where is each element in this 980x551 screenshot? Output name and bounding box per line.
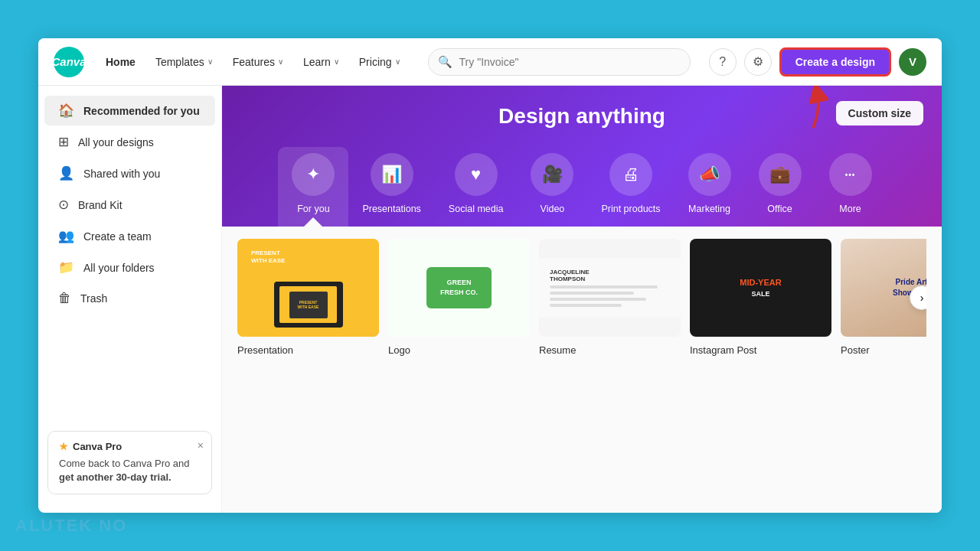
- settings-button[interactable]: ⚙: [744, 48, 772, 76]
- search-container: 🔍: [428, 48, 691, 76]
- presentations-icon: 📊: [371, 153, 413, 196]
- more-label: More: [839, 204, 861, 214]
- hero-title: Design anything: [245, 104, 919, 129]
- templates-chevron-icon: ∨: [207, 57, 213, 66]
- sidebar-item-folders[interactable]: 📁 All your folders: [44, 253, 215, 282]
- folder-icon: 📁: [58, 259, 74, 276]
- social-media-icon: ♥: [455, 153, 498, 196]
- for-you-icon: ✦: [292, 153, 335, 196]
- pres-text: PRESENTWITH EASE: [251, 249, 285, 266]
- pro-banner-close-button[interactable]: ×: [198, 439, 204, 452]
- for-you-label: For you: [297, 204, 329, 214]
- pro-banner: × ★ Canva Pro Come back to Canva Pro and…: [47, 431, 212, 494]
- category-print-products[interactable]: 🖨 Print products: [587, 147, 674, 227]
- help-button[interactable]: ?: [709, 48, 737, 76]
- category-more[interactable]: ••• More: [815, 147, 886, 227]
- nav-learn[interactable]: Learn ∨: [294, 51, 348, 73]
- help-icon: ?: [719, 55, 726, 69]
- shared-icon: 👤: [58, 165, 74, 181]
- poster-label: Poster: [841, 344, 870, 356]
- marketing-label: Marketing: [688, 204, 730, 214]
- instagram-label: Instagram Post: [690, 344, 756, 356]
- sidebar-item-trash[interactable]: 🗑 Trash: [44, 284, 215, 313]
- sidebar-item-recommended[interactable]: 🏠 Recommended for you: [44, 96, 215, 126]
- nav-home[interactable]: Home: [96, 51, 145, 73]
- pro-banner-title: ★ Canva Pro: [59, 441, 201, 452]
- category-video[interactable]: 🎥 Video: [517, 147, 587, 227]
- header-actions: ? ⚙ Create a design V: [709, 47, 926, 77]
- main-content: 🏠 Recommended for you ⊞ All your designs…: [38, 86, 942, 513]
- presentation-thumb: PRESENTWITH EASE PRESENTWITH EASE: [237, 239, 379, 337]
- marketing-icon: 📣: [688, 153, 731, 196]
- office-icon: 💼: [759, 153, 802, 196]
- sidebar: 🏠 Recommended for you ⊞ All your designs…: [38, 86, 222, 513]
- canva-logo[interactable]: Canva: [54, 47, 84, 77]
- category-social-media[interactable]: ♥ Social media: [435, 147, 518, 227]
- office-label: Office: [767, 204, 792, 214]
- pres-laptop: PRESENTWITH EASE: [274, 282, 343, 328]
- category-presentations[interactable]: 📊 Presentations: [348, 147, 434, 227]
- header: Canva Home Templates ∨ Features ∨ Learn …: [38, 38, 942, 86]
- search-icon: 🔍: [438, 55, 452, 69]
- create-design-button[interactable]: Create a design: [779, 47, 891, 77]
- team-icon: 👥: [58, 228, 74, 244]
- main-nav: Home Templates ∨ Features ∨ Learn ∨ Pric…: [96, 51, 410, 73]
- nav-templates[interactable]: Templates ∨: [146, 51, 222, 73]
- template-card-presentation[interactable]: PRESENTWITH EASE PRESENTWITH EASE: [237, 239, 379, 357]
- hero-banner: Design anything Custom size ✦ For you 📊 …: [222, 86, 942, 227]
- nav-pricing[interactable]: Pricing ∨: [350, 51, 410, 73]
- grid-icon: ⊞: [58, 134, 69, 150]
- trash-icon: 🗑: [58, 291, 71, 306]
- pricing-chevron-icon: ∨: [395, 57, 400, 66]
- template-card-resume[interactable]: JACQUELINETHOMPSON Resume: [539, 239, 681, 357]
- avatar-letter: V: [909, 55, 916, 68]
- video-icon: 🎥: [531, 153, 573, 196]
- features-chevron-icon: ∨: [278, 57, 283, 66]
- star-icon: ★: [59, 441, 68, 452]
- template-card-instagram[interactable]: MID-YEAR SALE Instagram Post: [690, 239, 831, 357]
- print-icon: 🖨: [609, 153, 652, 196]
- category-office[interactable]: 💼 Office: [745, 147, 815, 227]
- resume-label: Resume: [539, 344, 576, 356]
- logo-label: Logo: [388, 344, 410, 356]
- resume-thumb: JACQUELINETHOMPSON: [539, 239, 681, 337]
- category-for-you[interactable]: ✦ For you: [278, 147, 348, 227]
- learn-chevron-icon: ∨: [334, 57, 339, 66]
- instagram-thumb: MID-YEAR SALE: [690, 239, 831, 337]
- video-label: Video: [541, 204, 565, 214]
- presentations-label: Presentations: [362, 204, 420, 214]
- main-area: Design anything Custom size ✦ For you 📊 …: [222, 86, 942, 513]
- sidebar-item-all-designs[interactable]: ⊞ All your designs: [44, 127, 215, 157]
- pro-banner-body: Come back to Canva Pro and get another 3…: [59, 457, 201, 484]
- social-media-label: Social media: [449, 204, 504, 214]
- nav-features[interactable]: Features ∨: [224, 51, 292, 73]
- brand-icon: ⊙: [58, 197, 69, 213]
- print-label: Print products: [601, 204, 660, 214]
- search-input[interactable]: [428, 48, 691, 76]
- template-section: PRESENTWITH EASE PRESENTWITH EASE: [222, 227, 942, 369]
- presentation-label: Presentation: [237, 344, 293, 356]
- category-marketing[interactable]: 📣 Marketing: [675, 147, 745, 227]
- sidebar-item-brand-kit[interactable]: ⊙ Brand Kit: [44, 190, 215, 220]
- design-categories: ✦ For you 📊 Presentations ♥ Social media…: [245, 147, 919, 227]
- more-icon: •••: [829, 153, 872, 196]
- home-icon: 🏠: [58, 103, 74, 119]
- template-card-logo[interactable]: GREENFRESH CO. Logo: [388, 239, 530, 357]
- avatar[interactable]: V: [899, 48, 926, 76]
- logo-text: Canva: [51, 55, 86, 68]
- sidebar-item-create-team[interactable]: 👥 Create a team: [44, 221, 215, 251]
- template-grid: PRESENTWITH EASE PRESENTWITH EASE: [237, 239, 926, 357]
- logo-thumb: GREENFRESH CO.: [388, 239, 530, 337]
- custom-size-button[interactable]: Custom size: [836, 101, 923, 126]
- settings-icon: ⚙: [753, 54, 763, 69]
- sidebar-item-shared[interactable]: 👤 Shared with you: [44, 158, 215, 188]
